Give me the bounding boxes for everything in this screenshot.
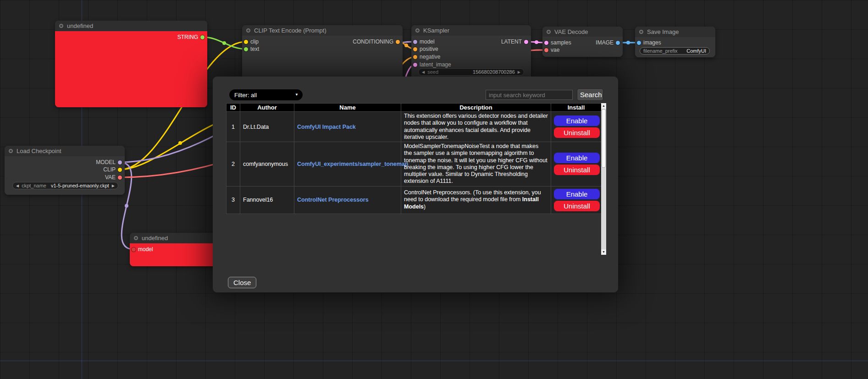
- slot-label: negative: [420, 54, 440, 60]
- widget-label: seed: [427, 69, 438, 75]
- decrement-arrow-icon[interactable]: [422, 70, 425, 74]
- input-slot-vae[interactable]: vae: [544, 47, 559, 53]
- filename-prefix-widget[interactable]: filename_prefix ComfyUI: [640, 47, 710, 55]
- next-arrow-icon[interactable]: [112, 184, 115, 188]
- filter-select[interactable]: Filter: all: [229, 89, 303, 100]
- col-header-id: ID: [227, 104, 240, 112]
- uninstall-button[interactable]: Uninstall: [554, 165, 600, 175]
- ckpt-name-widget[interactable]: ckpt_name v1-5-pruned-emaonly.ckpt: [12, 182, 118, 189]
- widget-label: filename_prefix: [643, 48, 678, 54]
- scrollbar-thumb[interactable]: [602, 109, 606, 168]
- input-slot-negative[interactable]: negative: [413, 54, 440, 60]
- node-title: VAE Decode: [554, 28, 588, 35]
- node-graph-canvas[interactable]: undefined STRING CLIP Text Encode (Promp…: [0, 0, 868, 379]
- input-slot-model[interactable]: model: [413, 38, 435, 45]
- col-header-name: Name: [294, 104, 401, 112]
- input-slot-images[interactable]: images: [637, 39, 661, 46]
- input-slot-samples[interactable]: samples: [544, 39, 571, 46]
- node-title-bar[interactable]: Load Checkpoint: [5, 146, 125, 156]
- slot-label: vae: [551, 47, 559, 53]
- extension-list-dialog: Filter: all ▼ Search ID Author Name Desc…: [213, 77, 618, 292]
- node-title-bar[interactable]: undefined: [55, 21, 207, 31]
- table-scrollbar[interactable]: ▲ ▼: [601, 103, 606, 255]
- input-slot-latent-image[interactable]: latent_image: [413, 61, 451, 68]
- node-save-image[interactable]: Save Image images filename_prefix ComfyU…: [635, 27, 715, 57]
- slot-dot-icon[interactable]: [616, 41, 620, 45]
- search-button[interactable]: Search: [577, 88, 603, 101]
- slot-dot-icon[interactable]: [244, 40, 248, 44]
- uninstall-button[interactable]: Uninstall: [554, 127, 600, 138]
- slot-dot-icon[interactable]: [118, 176, 122, 180]
- slot-dot-icon[interactable]: [544, 41, 548, 45]
- slot-dot-icon[interactable]: [200, 35, 205, 39]
- node-title-bar[interactable]: VAE Decode: [542, 27, 623, 37]
- node-title-bar[interactable]: KSampler: [411, 25, 531, 36]
- node-title: undefined: [142, 235, 168, 242]
- collapse-dot-icon[interactable]: [9, 149, 13, 153]
- slot-dot-icon[interactable]: [544, 48, 548, 52]
- col-header-author: Author: [240, 104, 294, 112]
- close-button[interactable]: Close: [228, 277, 256, 288]
- extension-table: ID Author Name Description Install 1 Dr.…: [226, 103, 602, 214]
- node-title: undefined: [67, 22, 93, 29]
- slot-dot-icon[interactable]: [524, 40, 528, 44]
- collapse-dot-icon[interactable]: [547, 30, 551, 34]
- output-slot-string[interactable]: STRING: [177, 34, 205, 40]
- slot-dot-icon[interactable]: [118, 168, 122, 172]
- slot-dot-icon[interactable]: [413, 55, 417, 59]
- enable-button[interactable]: Enable: [554, 189, 600, 199]
- node-title-bar[interactable]: CLIP Text Encode (Prompt): [242, 25, 403, 36]
- slot-dot-icon[interactable]: [637, 41, 641, 45]
- collapse-dot-icon[interactable]: [415, 28, 420, 33]
- slot-dot-icon[interactable]: [118, 160, 122, 165]
- wire-dot: [626, 41, 630, 44]
- node-undefined-top[interactable]: undefined STRING: [55, 21, 207, 107]
- slot-label: STRING: [177, 34, 198, 40]
- uninstall-button[interactable]: Uninstall: [554, 201, 600, 211]
- extension-link[interactable]: ComfyUI Impact Pack: [297, 124, 356, 130]
- output-slot-conditioning[interactable]: CONDITIONING: [353, 38, 400, 45]
- slot-dot-icon[interactable]: [413, 63, 417, 67]
- input-slot-text[interactable]: text: [244, 46, 259, 52]
- extension-link[interactable]: ComfyUI_experiments/sampler_tonemap: [297, 161, 408, 167]
- slot-label: model: [138, 246, 153, 253]
- prev-arrow-icon[interactable]: [16, 184, 19, 188]
- collapse-dot-icon[interactable]: [134, 236, 138, 240]
- extension-link[interactable]: ControlNet Preprocessors: [297, 197, 369, 203]
- scroll-up-arrow-icon[interactable]: ▲: [601, 103, 606, 109]
- node-load-checkpoint[interactable]: Load Checkpoint MODEL CLIP VAE ckpt_name…: [5, 146, 125, 195]
- node-title-bar[interactable]: Save Image: [635, 27, 715, 37]
- slot-dot-icon[interactable]: [413, 40, 417, 44]
- slot-label: CLIP: [103, 166, 116, 173]
- collapse-dot-icon[interactable]: [639, 30, 643, 34]
- output-slot-clip[interactable]: CLIP: [103, 166, 122, 173]
- scroll-down-arrow-icon[interactable]: ▼: [601, 249, 606, 255]
- output-slot-image[interactable]: IMAGE: [596, 39, 620, 46]
- node-title: CLIP Text Encode (Prompt): [254, 27, 326, 34]
- filter-select-wrap: Filter: all ▼: [229, 89, 303, 100]
- input-slot-clip[interactable]: clip: [244, 38, 259, 45]
- collapse-dot-icon[interactable]: [59, 24, 63, 28]
- slot-dot-icon[interactable]: [244, 47, 248, 51]
- widget-value: 156680208700286: [473, 69, 515, 75]
- canvas-origin-hline: [0, 361, 868, 361]
- seed-widget[interactable]: seed 156680208700286: [418, 68, 524, 76]
- slot-dot-icon[interactable]: [396, 40, 400, 44]
- slot-label: samples: [551, 39, 571, 46]
- output-slot-latent[interactable]: LATENT: [501, 38, 528, 45]
- cell-description: ModelSamplerTonemapNoiseTest a node that…: [401, 142, 551, 187]
- enable-button[interactable]: Enable: [554, 153, 600, 163]
- output-slot-vae[interactable]: VAE: [105, 174, 122, 181]
- slot-dot-icon[interactable]: [413, 47, 417, 51]
- increment-arrow-icon[interactable]: [518, 70, 520, 74]
- input-slot-positive[interactable]: positive: [413, 46, 438, 52]
- node-clip-text-encode[interactable]: CLIP Text Encode (Prompt) clip text COND…: [242, 25, 403, 82]
- extension-table-scroll[interactable]: ID Author Name Description Install 1 Dr.…: [226, 103, 606, 255]
- slot-dot-icon[interactable]: [132, 247, 136, 252]
- enable-button[interactable]: Enable: [554, 115, 600, 126]
- node-vae-decode[interactable]: VAE Decode samples vae IMAGE: [542, 27, 623, 57]
- input-slot-model[interactable]: model: [132, 246, 153, 253]
- search-input[interactable]: [486, 90, 573, 100]
- output-slot-model[interactable]: MODEL: [96, 159, 122, 165]
- collapse-dot-icon[interactable]: [246, 28, 250, 33]
